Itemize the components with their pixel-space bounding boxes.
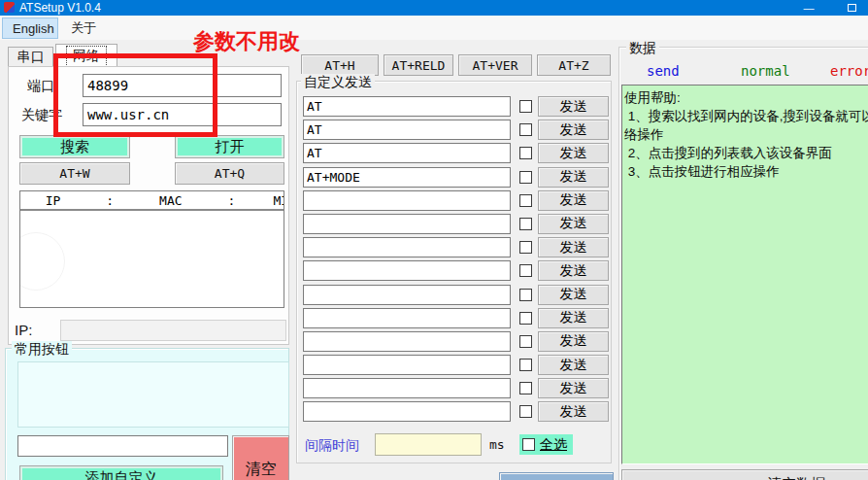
ip-readonly-field — [60, 320, 286, 341]
custom-command-input[interactable] — [303, 96, 511, 117]
clear-data-button[interactable]: 清空数据 — [621, 469, 868, 480]
send-button[interactable]: 发送 — [538, 214, 609, 234]
custom-command-input[interactable] — [303, 237, 511, 257]
send-button[interactable]: 发送 — [538, 355, 609, 375]
menu-english[interactable]: English — [2, 17, 58, 39]
row-checkbox[interactable] — [519, 289, 532, 301]
send-button[interactable]: 发送 — [538, 401, 609, 422]
custom-send-row: 发送 — [303, 285, 614, 305]
app-window: ATSetup V1.0.4 — English 关于 串口 网络 端口 关键字… — [0, 0, 868, 480]
select-all-checkbox[interactable] — [522, 438, 535, 451]
custom-send-row: 发送 — [303, 260, 614, 281]
custom-send-row: 发送 — [303, 308, 614, 328]
menu-bar: English 关于 — [0, 16, 868, 40]
custom-command-input[interactable] — [303, 378, 511, 398]
row-checkbox[interactable] — [519, 123, 532, 136]
at-w-button[interactable]: AT+W — [19, 162, 130, 185]
send-button[interactable]: 发送 — [538, 237, 609, 257]
custom-send-row: 发送 — [303, 331, 614, 352]
custom-command-input[interactable] — [303, 331, 511, 352]
port-label: 端口 — [27, 78, 54, 95]
custom-send-rows: 发送 发送 发送 发送 发送 发送 发送 发送 发送 — [303, 96, 614, 426]
send-button[interactable]: 发送 — [538, 378, 609, 398]
custom-command-input[interactable] — [303, 401, 511, 422]
help-line: 2、点击搜到的列表载入该设备界面 — [624, 144, 868, 162]
app-icon — [4, 2, 15, 13]
at-z-button[interactable]: AT+Z — [537, 54, 611, 76]
custom-command-input[interactable] — [303, 120, 511, 140]
send-button[interactable]: 发送 — [538, 285, 609, 305]
at-h-button[interactable]: AT+H — [301, 54, 379, 76]
common-buttons-area — [17, 361, 289, 428]
send-button[interactable]: 发送 — [538, 308, 609, 328]
custom-send-row: 发送 — [303, 401, 614, 422]
send-button[interactable]: 发送 — [538, 96, 609, 117]
open-button[interactable]: 打开 — [175, 135, 284, 158]
row-checkbox[interactable] — [519, 405, 532, 418]
annotation-rectangle — [53, 53, 217, 137]
custom-command-input[interactable] — [303, 214, 511, 234]
common-buttons-group-label: 常用按钮 — [12, 341, 72, 359]
row-checkbox[interactable] — [519, 382, 532, 394]
custom-command-input[interactable] — [303, 190, 511, 211]
common-send-input[interactable] — [17, 435, 228, 457]
custom-send-row: 发送 — [303, 355, 614, 375]
row-checkbox[interactable] — [519, 218, 532, 230]
custom-send-row: 发送 — [303, 96, 614, 117]
send-button[interactable]: 发送 — [538, 260, 609, 281]
search-button[interactable]: 搜索 — [19, 135, 130, 158]
add-custom-button[interactable]: 添加自定义 — [19, 465, 223, 480]
row-checkbox[interactable] — [519, 100, 532, 113]
send-button[interactable]: 发送 — [538, 143, 609, 163]
normal-legend: normal — [741, 63, 790, 79]
window-title: ATSetup V1.0.4 — [19, 1, 101, 15]
custom-send-row: 发送 — [303, 378, 614, 398]
custom-command-input[interactable] — [303, 143, 511, 163]
help-line: 3、点击按钮进行相应操作 — [624, 162, 868, 181]
menu-about[interactable]: 关于 — [61, 17, 106, 39]
custom-send-row: 发送 — [303, 237, 614, 257]
at-reld-button[interactable]: AT+RELD — [384, 54, 453, 76]
device-list-header: IP : MAC : MID : VER — [20, 191, 284, 211]
custom-command-input[interactable] — [303, 308, 511, 328]
row-checkbox[interactable] — [519, 147, 532, 159]
custom-send-row: 发送 — [303, 190, 614, 211]
at-q-button[interactable]: AT+Q — [175, 162, 284, 185]
send-button[interactable]: 发送 — [538, 120, 609, 140]
row-checkbox[interactable] — [519, 241, 532, 254]
maximize-icon — [848, 4, 856, 12]
row-checkbox[interactable] — [519, 194, 532, 207]
maximize-button[interactable] — [837, 0, 866, 16]
custom-send-row: 发送 — [303, 143, 614, 163]
row-checkbox[interactable] — [519, 312, 532, 325]
send-legend: send — [647, 63, 680, 79]
error-legend: error — [830, 63, 868, 79]
row-checkbox[interactable] — [519, 171, 532, 184]
custom-send-row: 发送 — [303, 167, 614, 188]
help-textarea[interactable]: 使用帮助: 1、搜索以找到网内的设备,搜到设备就可以进行网 络操作 2、点击搜到… — [621, 85, 868, 464]
custom-send-row: 发送 — [303, 120, 614, 140]
custom-send-row: 发送 — [303, 214, 614, 234]
custom-command-input[interactable] — [303, 167, 511, 188]
interval-input[interactable] — [375, 433, 482, 456]
send-button[interactable]: 发送 — [538, 167, 609, 188]
send-button[interactable]: 发送 — [538, 331, 609, 352]
at-ver-button[interactable]: AT+VER — [458, 54, 532, 76]
clear-button[interactable]: 清空 — [232, 435, 289, 480]
custom-command-input[interactable] — [303, 260, 511, 281]
custom-command-input[interactable] — [303, 355, 511, 375]
select-all-control[interactable]: 全选 — [519, 434, 573, 455]
ip-label: IP: — [15, 322, 32, 338]
row-checkbox[interactable] — [519, 264, 532, 277]
bottom-steel-button[interactable] — [499, 472, 614, 480]
custom-command-input[interactable] — [303, 285, 511, 305]
annotation-text: 参数不用改 — [193, 27, 300, 56]
tab-serial[interactable]: 串口 — [8, 47, 53, 67]
title-bar: ATSetup V1.0.4 — — [0, 0, 868, 16]
send-button[interactable]: 发送 — [538, 190, 609, 211]
row-checkbox[interactable] — [519, 335, 532, 348]
row-checkbox[interactable] — [519, 359, 532, 371]
help-line: 络操作 — [624, 125, 868, 144]
minimize-button[interactable]: — — [794, 0, 823, 16]
device-list[interactable]: IP : MAC : MID : VER — [19, 190, 284, 308]
